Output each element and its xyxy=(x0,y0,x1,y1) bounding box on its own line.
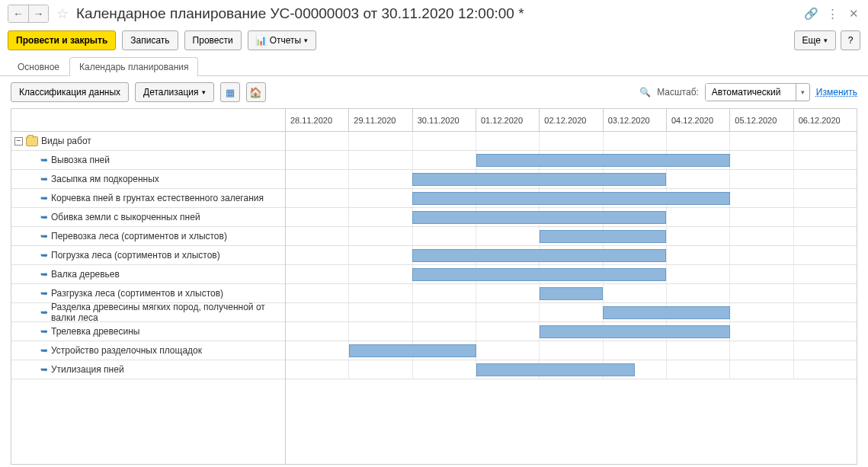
task-icon: ➥ xyxy=(40,193,48,203)
tree-task-row[interactable]: ➥Валка деревьев xyxy=(11,265,285,284)
date-column-header: 29.11.2020 xyxy=(349,109,412,131)
date-column-header: 01.12.2020 xyxy=(476,109,540,131)
chevron-down-icon: ▾ xyxy=(202,88,206,96)
gantt-bar[interactable] xyxy=(412,211,666,224)
tree-task-row[interactable]: ➥Вывозка пней xyxy=(11,151,285,170)
gantt-bar[interactable] xyxy=(540,230,666,243)
gantt-row xyxy=(286,265,857,284)
scale-dropdown-button[interactable]: ▾ xyxy=(796,84,809,101)
search-icon[interactable]: 🔍 xyxy=(639,87,651,98)
date-column-header: 02.12.2020 xyxy=(540,109,603,131)
gantt-row xyxy=(286,284,857,303)
date-column-header: 06.12.2020 xyxy=(794,109,857,131)
gantt-bar[interactable] xyxy=(412,192,729,205)
gantt-bar[interactable] xyxy=(412,249,666,262)
gantt-bar[interactable] xyxy=(412,268,666,281)
task-icon: ➥ xyxy=(40,269,48,280)
task-icon: ➥ xyxy=(40,174,48,184)
tree-task-row[interactable]: ➥Устройство разделочных площадок xyxy=(11,341,285,360)
folder-icon xyxy=(26,136,38,146)
detail-label: Детализация xyxy=(143,87,198,98)
help-button[interactable]: ? xyxy=(841,30,860,50)
gantt-row xyxy=(286,246,857,265)
task-label: Погрузка леса (сортиментов и хлыстов) xyxy=(51,250,220,261)
date-column-header: 03.12.2020 xyxy=(604,109,667,131)
gantt-row xyxy=(286,360,857,379)
date-column-header: 04.12.2020 xyxy=(667,109,730,131)
view-mode-button[interactable]: ▦ xyxy=(220,82,240,102)
tree-task-row[interactable]: ➥Разделка древесины мягких пород, получе… xyxy=(11,303,285,322)
tree-task-row[interactable]: ➥Трелевка древесины xyxy=(11,322,285,341)
home-button[interactable]: 🏠 xyxy=(246,82,266,102)
more-label: Еще xyxy=(802,35,821,46)
change-link[interactable]: Изменить xyxy=(816,87,857,98)
favorite-star-icon[interactable]: ☆ xyxy=(55,6,70,21)
tree-root-row[interactable]: − Виды работ xyxy=(11,132,285,151)
gantt-bar[interactable] xyxy=(412,173,666,186)
kebab-menu-icon[interactable]: ⋮ xyxy=(825,7,839,21)
post-and-close-button[interactable]: Провести и закрыть xyxy=(8,30,116,50)
tree-task-row[interactable]: ➥Засыпка ям подкоренных xyxy=(11,170,285,189)
nav-forward-button[interactable]: → xyxy=(28,5,48,22)
gantt-row xyxy=(286,303,857,322)
task-label: Разгрузка леса (сортиментов и хлыстов) xyxy=(51,288,223,299)
scale-label: Масштаб: xyxy=(657,87,699,98)
detail-button[interactable]: Детализация ▾ xyxy=(135,82,213,102)
post-button[interactable]: Провести xyxy=(184,30,242,50)
gantt-row xyxy=(286,227,857,246)
date-column-header: 30.11.2020 xyxy=(413,109,476,131)
tree-task-row[interactable]: ➥Корчевка пней в грунтах естественного з… xyxy=(11,189,285,208)
tree-task-row[interactable]: ➥Перевозка леса (сортиментов и хлыстов) xyxy=(11,227,285,246)
gantt-row xyxy=(286,132,857,151)
date-column-header: 28.11.2020 xyxy=(286,109,349,131)
tree-task-row[interactable]: ➥Обивка земли с выкорченных пней xyxy=(11,208,285,227)
report-icon: 📊 xyxy=(256,35,267,46)
task-icon: ➥ xyxy=(40,288,48,299)
task-label: Вывозка пней xyxy=(51,155,110,165)
gantt-row xyxy=(286,322,857,341)
tree-task-row[interactable]: ➥Погрузка леса (сортиментов и хлыстов) xyxy=(11,246,285,265)
tree-header xyxy=(11,109,285,132)
tab-main[interactable]: Основное xyxy=(8,57,69,76)
scale-select-input[interactable] xyxy=(706,84,796,101)
more-button[interactable]: Еще ▾ xyxy=(794,30,836,50)
gantt-tree-panel: − Виды работ ➥Вывозка пней➥Засыпка ям по… xyxy=(11,109,286,464)
task-label: Засыпка ям подкоренных xyxy=(51,174,159,184)
tab-calendar[interactable]: Календарь планирования xyxy=(69,57,199,76)
task-label: Перевозка леса (сортиментов и хлыстов) xyxy=(51,231,227,241)
gantt-bar[interactable] xyxy=(476,154,730,167)
gantt-bar[interactable] xyxy=(603,306,729,319)
gantt-bar[interactable] xyxy=(540,325,730,338)
task-label: Утилизация пней xyxy=(51,364,124,375)
close-icon[interactable]: ✕ xyxy=(847,7,860,21)
reports-button[interactable]: 📊 Отчеты ▾ xyxy=(248,30,316,50)
task-label: Валка деревьев xyxy=(51,269,120,280)
chevron-down-icon: ▾ xyxy=(824,37,828,44)
save-button[interactable]: Записать xyxy=(122,30,178,50)
gantt-row xyxy=(286,170,857,189)
grid-icon: ▦ xyxy=(226,87,235,98)
reports-label: Отчеты xyxy=(270,35,301,46)
gantt-row xyxy=(286,341,857,360)
nav-back-button[interactable]: ← xyxy=(8,5,28,22)
task-icon: ➥ xyxy=(40,345,48,356)
task-icon: ➥ xyxy=(40,307,48,318)
collapse-toggle[interactable]: − xyxy=(14,137,23,146)
link-icon[interactable]: 🔗 xyxy=(804,7,818,21)
gantt-row xyxy=(286,189,857,208)
classification-button[interactable]: Классификация данных xyxy=(11,82,129,102)
home-icon: 🏠 xyxy=(249,87,262,98)
gantt-bar[interactable] xyxy=(540,287,603,300)
gantt-bar[interactable] xyxy=(476,363,635,376)
gantt-row xyxy=(286,208,857,227)
task-label: Корчевка пней в грунтах естественного за… xyxy=(51,193,264,203)
task-icon: ➥ xyxy=(40,364,48,375)
task-icon: ➥ xyxy=(40,212,48,222)
gantt-row xyxy=(286,151,857,170)
tree-task-row[interactable]: ➥Утилизация пней xyxy=(11,360,285,379)
gantt-bar[interactable] xyxy=(349,344,476,357)
page-title: Календарное планирование УС-00000003 от … xyxy=(76,5,798,22)
task-label: Разделка древесины мягких пород, получен… xyxy=(51,302,285,323)
tree-task-row[interactable]: ➥Разгрузка леса (сортиментов и хлыстов) xyxy=(11,284,285,303)
date-column-header: 05.12.2020 xyxy=(730,109,793,131)
